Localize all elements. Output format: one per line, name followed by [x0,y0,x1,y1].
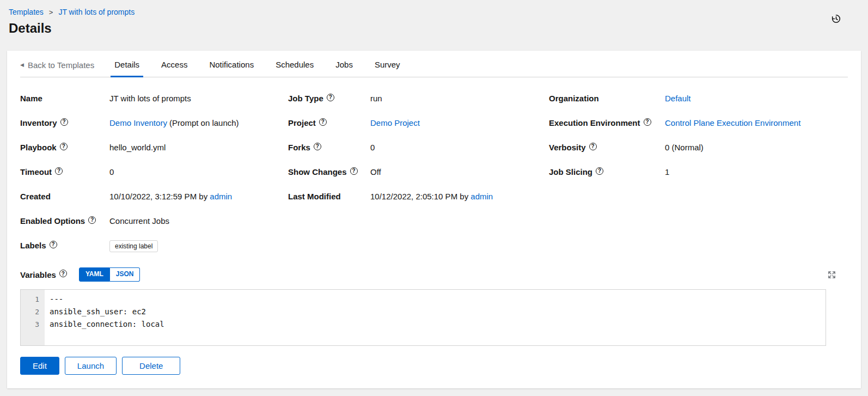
details-fields: Name JT with lots of prompts Inventory ?… [20,93,848,265]
field-name: Name JT with lots of prompts [20,93,288,104]
expand-icon[interactable] [828,271,836,279]
field-last-modified-value: 10/12/2022, 2:05:10 PM by admin [370,191,493,202]
help-icon[interactable]: ? [50,241,57,248]
tab-notifications[interactable]: Notifications [205,51,258,77]
help-icon[interactable]: ? [319,118,327,126]
help-icon[interactable]: ? [88,216,96,224]
field-created: Created 10/10/2022, 3:12:59 PM by admin [20,191,288,202]
breadcrumb-link-current[interactable]: JT with lots of prompts [58,8,135,16]
help-icon[interactable]: ? [350,167,358,175]
field-execution-environment-value: Control Plane Execution Environment [665,117,800,129]
field-show-changes-label: Show Changes ? [288,166,370,178]
field-label-text: Last Modified [288,191,341,202]
tab-survey[interactable]: Survey [371,51,404,77]
line-number: 2 [21,306,45,318]
field-job-slicing-value: 1 [665,166,669,178]
field-enabled-options: Enabled Options ? Concurrent Jobs [20,215,288,227]
line-number: 1 [21,293,45,306]
yaml-toggle-button[interactable]: YAML [79,267,110,282]
code-line: ansible_ssh_user: ec2 [50,306,826,318]
field-job-slicing: Job Slicing ? 1 [549,166,848,178]
field-organization-value: Default [665,93,691,104]
field-label-text: Name [20,93,42,104]
help-icon[interactable]: ? [314,143,321,150]
field-last-modified-label: Last Modified [288,191,370,202]
field-job-type-value: run [370,93,382,104]
history-icon[interactable] [832,14,841,26]
tab-access[interactable]: Access [157,51,191,77]
field-forks-label: Forks ? [288,142,370,153]
field-label-text: Organization [549,93,599,104]
field-forks: Forks ? 0 [288,142,549,153]
help-icon[interactable]: ? [644,118,651,126]
field-label-text: Job Type [288,93,323,104]
field-execution-environment-label: Execution Environment ? [549,117,665,129]
field-variables-label: Variables ? [20,270,67,279]
tab-details[interactable]: Details [111,51,143,77]
field-labels-label: Labels ? [20,240,109,251]
last-modified-timestamp: 10/12/2022, 2:05:10 PM by [370,192,470,201]
fields-column-2: Job Type ? run Project ? Demo Project [288,93,549,265]
field-label-text: Verbosity [549,142,586,153]
created-timestamp: 10/10/2022, 3:12:59 PM by [109,192,210,201]
field-label-text: Inventory [20,117,57,129]
edit-button[interactable]: Edit [20,357,59,375]
field-job-type-label: Job Type ? [288,93,370,104]
help-icon[interactable]: ? [327,94,334,101]
help-icon[interactable]: ? [60,143,68,150]
delete-button[interactable]: Delete [122,357,180,375]
field-inventory: Inventory ? Demo Inventory (Prompt on la… [20,117,288,129]
field-verbosity: Verbosity ? 0 (Normal) [549,142,848,153]
organization-link[interactable]: Default [665,94,691,103]
field-label-text: Execution Environment [549,117,640,129]
execution-environment-link[interactable]: Control Plane Execution Environment [665,118,800,127]
field-label-text: Project [288,117,316,129]
fields-column-1: Name JT with lots of prompts Inventory ?… [20,93,288,265]
field-label-text: Timeout [20,166,52,178]
created-by-user-link[interactable]: admin [210,192,232,201]
field-playbook: Playbook ? hello_world.yml [20,142,288,153]
field-labels: Labels ? existing label [20,240,288,252]
field-playbook-label: Playbook ? [20,142,109,153]
back-arrow-icon: ◀ [20,63,24,68]
tab-jobs[interactable]: Jobs [332,51,357,77]
last-modified-by-user-link[interactable]: admin [470,192,493,201]
field-verbosity-value: 0 (Normal) [665,142,704,153]
field-execution-environment: Execution Environment ? Control Plane Ex… [549,117,848,129]
field-timeout: Timeout ? 0 [20,166,288,178]
fields-column-3: Organization Default Execution Environme… [549,93,848,265]
field-timeout-value: 0 [109,166,114,178]
label-chip: existing label [109,240,158,252]
variables-editor: 1 2 3 --- ansible_ssh_user: ec2 ansible_… [20,289,826,346]
tab-schedules[interactable]: Schedules [272,51,317,77]
code-line: ansible_connection: local [50,318,826,331]
field-organization: Organization Default [549,93,848,104]
help-icon[interactable]: ? [589,143,597,150]
action-buttons: Edit Launch Delete [20,357,848,375]
field-verbosity-label: Verbosity ? [549,142,665,153]
field-show-changes: Show Changes ? Off [288,166,549,178]
field-created-value: 10/10/2022, 3:12:59 PM by admin [109,191,232,202]
field-variables: Variables ? YAML JSON [20,267,848,282]
help-icon[interactable]: ? [59,270,67,277]
editor-code-area: --- ansible_ssh_user: ec2 ansible_connec… [45,290,826,345]
page: Templates > JT with lots of prompts Deta… [0,0,868,388]
field-label-text: Job Slicing [549,166,592,178]
variables-format-toggle: YAML JSON [79,267,140,282]
field-label-text: Enabled Options [20,215,85,227]
back-to-templates-link[interactable]: ◀ Back to Templates [20,51,94,77]
inventory-link[interactable]: Demo Inventory [109,118,167,127]
field-project: Project ? Demo Project [288,117,549,129]
line-number: 3 [21,318,45,331]
breadcrumb-link-templates[interactable]: Templates [9,8,44,16]
field-show-changes-value: Off [370,166,381,178]
json-toggle-button[interactable]: JSON [110,267,140,282]
help-icon[interactable]: ? [596,167,603,175]
field-project-value: Demo Project [370,117,420,129]
help-icon[interactable]: ? [60,118,68,126]
back-to-templates-label: Back to Templates [28,60,94,70]
help-icon[interactable]: ? [55,167,63,175]
launch-button[interactable]: Launch [65,357,117,375]
project-link[interactable]: Demo Project [370,118,420,127]
field-forks-value: 0 [370,142,375,153]
